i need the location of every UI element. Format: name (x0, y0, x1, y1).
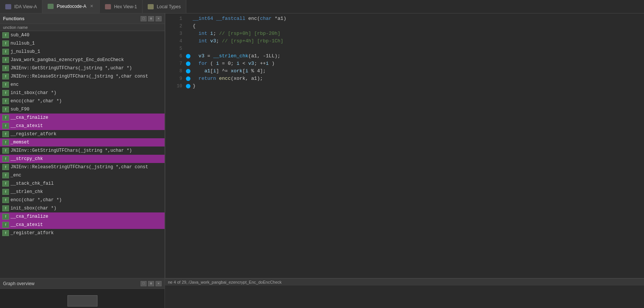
func-icon: f (2, 156, 9, 162)
line-number: 9 (171, 75, 182, 82)
tab-local-types[interactable]: Local Types (142, 0, 186, 13)
func-icon: f (2, 172, 9, 178)
func-name: JNIEnv::ReleaseStringUTFChars(_jstring *… (10, 164, 148, 170)
code-text: a1[i] ^= xork[i % 4]; (193, 67, 640, 75)
graph-overview-panel: Graph overview □ ⊞ ✕ (0, 278, 165, 308)
list-item[interactable]: f sub_F90 (0, 105, 165, 114)
func-name: __cxa_atexit (10, 222, 43, 227)
func-name: _enc (10, 173, 21, 178)
list-item[interactable]: f Java_work_pangbai_ezencrypt_Enc_doEncC… (0, 56, 165, 64)
list-item[interactable]: f JNIEnv::ReleaseStringUTFChars(_jstring… (0, 72, 165, 81)
panel-controls: □ ⊞ ✕ (141, 16, 162, 21)
tab-hex-view[interactable]: Hex View-1 (100, 0, 142, 13)
list-item[interactable]: f sub_A40 (0, 31, 165, 39)
line-number: 3 (171, 30, 182, 37)
column-header: unction name (0, 24, 165, 31)
func-icon: f (2, 82, 9, 88)
graph-thumbnail (67, 295, 97, 307)
list-item[interactable]: f __cxa_atexit (0, 122, 165, 130)
func-icon: f (2, 214, 9, 220)
func-icon: f (2, 189, 9, 195)
code-text: int i; // [rsp+0h] [rbp-20h] (193, 30, 640, 37)
list-item[interactable]: f __cxa_finalize (0, 212, 165, 221)
line-number: 4 (171, 37, 182, 45)
list-item[interactable]: f __strcpy_chk (0, 155, 165, 163)
list-item[interactable]: f _register_atfork (0, 229, 165, 237)
func-icon: f (2, 164, 9, 170)
functions-panel-header: Functions □ ⊞ ✕ (0, 13, 165, 24)
tab-close-button[interactable]: ✕ (89, 4, 94, 9)
list-item[interactable]: f __cxa_finalize (0, 114, 165, 122)
list-item[interactable]: f nullsub_1 (0, 39, 165, 48)
func-name: j_nullsub_1 (10, 49, 40, 54)
pseudo-icon (48, 4, 54, 9)
func-name: Java_work_pangbai_ezencrypt_Enc_doEncChe… (10, 57, 124, 63)
tab-pseudocode[interactable]: Pseudocode-A ✕ (42, 0, 100, 13)
func-name: _register_atfork (10, 230, 54, 236)
panel-close-btn[interactable]: ✕ (156, 16, 162, 21)
list-item[interactable]: f j_nullsub_1 (0, 48, 165, 56)
tab-ida-view[interactable]: IDA View-A (0, 0, 42, 13)
list-item[interactable]: f __cxa_atexit (0, 221, 165, 229)
func-icon: f (2, 32, 9, 38)
func-name: JNIEnv::GetStringUTFChars(_jstring *,uch… (10, 148, 132, 153)
breakpoint-indicator (186, 76, 190, 81)
line-number: 10 (171, 82, 182, 90)
code-content: 1 __int64 __fastcall enc(char *a1) 2 { 3… (167, 15, 644, 90)
list-item[interactable]: f encc(char *,char *) (0, 196, 165, 204)
list-item[interactable]: f _enc (0, 171, 165, 179)
function-list[interactable]: f sub_A40 f nullsub_1 f j_nullsub_1 f Ja… (0, 31, 165, 278)
panel-minimize-btn[interactable]: □ (141, 16, 147, 21)
func-icon: f (2, 131, 9, 137)
graph-minimize-btn[interactable]: □ (141, 281, 147, 286)
func-icon: f (2, 57, 9, 63)
list-item[interactable]: f init_sbox(char *) (0, 89, 165, 97)
graph-close-btn[interactable]: ✕ (156, 281, 162, 286)
breakpoint-indicator (186, 84, 190, 88)
code-text: { (193, 22, 640, 30)
tab-pseudo-label: Pseudocode-A (57, 4, 86, 9)
col-header-text: unction name (3, 25, 28, 30)
list-item[interactable]: f JNIEnv::ReleaseStringUTFChars(_jstring… (0, 163, 165, 171)
code-line-10: 10 } (171, 82, 640, 90)
list-item[interactable]: f init_sbox(char *) (0, 204, 165, 212)
tab-hex-label: Hex View-1 (114, 4, 137, 9)
func-name: init_sbox(char *) (10, 90, 56, 96)
tab-local-label: Local Types (157, 4, 181, 9)
code-panel[interactable]: 1 __int64 __fastcall enc(char *a1) 2 { 3… (167, 13, 644, 278)
line-number: 8 (171, 67, 182, 75)
func-name: nullsub_1 (10, 41, 35, 46)
list-item[interactable]: f JNIEnv::GetStringUTFChars(_jstring *,u… (0, 147, 165, 155)
code-line-9: 9 return encc(xork, a1); (171, 75, 640, 82)
panel-expand-btn[interactable]: ⊞ (148, 16, 154, 21)
code-text: } (193, 82, 640, 90)
code-text: return encc(xork, a1); (193, 75, 640, 82)
status-bar: ne 4 of 29, /Java_work_pangbai_ezencrypt… (165, 278, 644, 286)
list-item[interactable]: f _memset (0, 138, 165, 147)
func-icon: f (2, 181, 9, 187)
func-icon: f (2, 40, 9, 46)
func-icon: f (2, 106, 9, 112)
graph-expand-btn[interactable]: ⊞ (148, 281, 154, 286)
list-item[interactable]: f __register_atfork (0, 130, 165, 138)
line-number: 2 (171, 22, 182, 30)
func-icon: f (2, 115, 9, 121)
list-item[interactable]: f __stack_chk_fail (0, 179, 165, 188)
func-name: sub_F90 (10, 107, 29, 112)
func-name: JNIEnv::ReleaseStringUTFChars(_jstring *… (10, 74, 148, 79)
code-text: int v3; // [rsp+4h] [rbp-1Ch] (193, 37, 640, 45)
func-name: JNIEnv::GetStringUTFChars(_jstring *,uch… (10, 66, 132, 71)
func-name: encc(char *,char *) (10, 99, 62, 104)
line-number: 7 (171, 60, 182, 67)
code-line-3: 3 int i; // [rsp+0h] [rbp-20h] (171, 30, 640, 37)
list-item[interactable]: f JNIEnv::GetStringUTFChars(_jstring *,u… (0, 64, 165, 72)
line-number: 5 (171, 45, 182, 52)
graph-overview-header: Graph overview □ ⊞ ✕ (0, 278, 165, 289)
graph-overview-title: Graph overview (3, 281, 34, 286)
list-item[interactable]: f enc (0, 81, 165, 89)
code-line-7: 7 for ( i = 0; i < v3; ++i ) (171, 60, 640, 67)
bottom-panel: Graph overview □ ⊞ ✕ ne 4 of 29, /Java_w… (0, 278, 644, 308)
list-item[interactable]: f __strlen_chk (0, 188, 165, 196)
list-item[interactable]: f encc(char *,char *) (0, 97, 165, 105)
func-icon: f (2, 139, 9, 145)
